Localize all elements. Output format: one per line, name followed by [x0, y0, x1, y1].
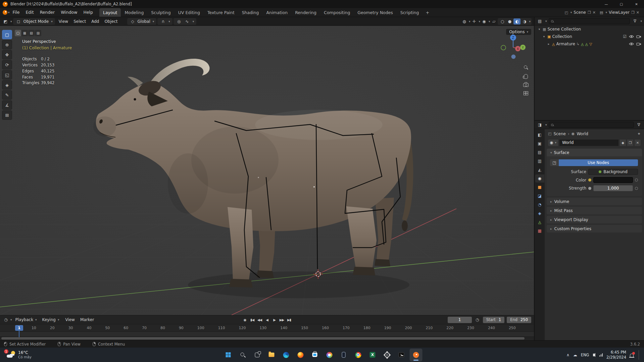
navigation-gizmo[interactable]: Z X Y: [500, 33, 527, 60]
scene-selector[interactable]: ◰ ▾ Scene ❐ ✕: [562, 10, 598, 15]
taskbar-file-explorer-button[interactable]: [265, 349, 278, 361]
properties-tab-object[interactable]: ■: [535, 183, 544, 191]
tool-cursor[interactable]: ⊕: [2, 40, 12, 49]
pin-icon[interactable]: ✦: [637, 132, 641, 136]
outliner-search-input[interactable]: [549, 18, 630, 24]
workspace-tab-texture-paint[interactable]: Texture Paint: [204, 8, 238, 17]
volume-icon[interactable]: [593, 354, 594, 356]
properties-tab-data[interactable]: ◬: [535, 218, 544, 226]
tool-rotate[interactable]: ⟳: [2, 60, 12, 69]
show-gizmos-icon[interactable]: ✛: [471, 19, 477, 24]
workspace-tab-shading[interactable]: Shading: [238, 8, 263, 17]
app-menu-item[interactable]: Help: [80, 8, 96, 17]
blender-menu-icon[interactable]: [3, 10, 7, 15]
select-mode-subtract[interactable]: ▧: [28, 30, 35, 36]
taskbar-start-button[interactable]: [222, 349, 235, 361]
onedrive-cloud-icon[interactable]: ☁: [573, 353, 577, 357]
timeline-menu-item[interactable]: Keying▾: [40, 317, 62, 322]
keyframe-dot-icon[interactable]: [635, 178, 638, 182]
use-nodes-button[interactable]: Use Nodes: [559, 159, 638, 166]
language-indicator[interactable]: ENG: [581, 353, 589, 357]
playback-sync-icon[interactable]: ◷: [474, 317, 481, 322]
filter-icon[interactable]: ∇: [636, 122, 642, 127]
workspace-tab-scripting[interactable]: Scripting: [397, 8, 423, 17]
timeline-menu-item[interactable]: Marker: [78, 317, 97, 322]
taskbar-store-button[interactable]: [308, 349, 321, 361]
viewport-menu-item[interactable]: Select: [71, 19, 89, 24]
viewport-menu-item[interactable]: Object: [102, 19, 120, 24]
properties-search-input[interactable]: [549, 122, 634, 128]
unlink-scene-icon[interactable]: ✕: [593, 10, 596, 15]
hide-viewport-eye-icon[interactable]: [629, 42, 634, 46]
shading-material-preview-button[interactable]: ◐: [513, 18, 521, 24]
exclude-checkbox-icon[interactable]: ☑: [623, 34, 627, 39]
workspace-tab-sculpting[interactable]: Sculpting: [147, 8, 174, 17]
timeline-scrollbar[interactable]: [0, 337, 534, 340]
color-swatch[interactable]: [593, 177, 633, 183]
app-menu-item[interactable]: Edit: [22, 8, 37, 17]
orthographic-toggle-icon[interactable]: [524, 91, 528, 95]
app-menu-item[interactable]: File: [10, 8, 23, 17]
properties-tab-world[interactable]: ◉: [535, 174, 544, 183]
gizmo-y-neg-axis[interactable]: [501, 45, 506, 50]
properties-tab-view-layer[interactable]: ▥: [535, 157, 544, 165]
tray-expand-icon[interactable]: ∧: [566, 353, 569, 357]
pan-hand-icon[interactable]: [524, 74, 528, 79]
workspace-tab-animation[interactable]: Animation: [262, 8, 291, 17]
fake-user-icon[interactable]: ◆: [620, 140, 626, 146]
unlink-datablock-icon[interactable]: ✕: [635, 140, 641, 146]
3d-scene[interactable]: [0, 26, 534, 315]
falloff-icon[interactable]: ∿: [184, 19, 190, 24]
tool-add-cube[interactable]: ⊞: [2, 110, 12, 120]
taskbar-photos-button[interactable]: [323, 349, 336, 361]
taskbar-blender-button[interactable]: [409, 349, 422, 361]
window-titlebar[interactable]: Blender [H:\2024\Buffalo\Buffalo_A2\Blen…: [0, 0, 644, 8]
frame-end-field[interactable]: End250: [507, 317, 531, 323]
jump-end-button[interactable]: ▶▮: [286, 316, 292, 323]
taskbar-firefox-button[interactable]: [294, 349, 307, 361]
record-button[interactable]: ◉: [242, 316, 248, 323]
editor-type-icon[interactable]: ▤: [537, 19, 543, 23]
surface-type-dropdown[interactable]: Background: [588, 169, 638, 175]
snap-controls[interactable]: ∩ ▾: [157, 18, 172, 25]
properties-tab-scene[interactable]: ◭: [535, 166, 544, 174]
outliner-row-collection[interactable]: ▾ ▣ Collection ☑: [535, 33, 644, 40]
object-visibility-icon[interactable]: ◍: [461, 19, 467, 24]
minimize-button[interactable]: —: [599, 0, 614, 8]
remove-viewlayer-icon[interactable]: ✕: [636, 10, 639, 15]
taskbar-phone-link-button[interactable]: [337, 349, 350, 361]
workspace-tab-uv-editing[interactable]: UV Editing: [175, 8, 204, 17]
expand-icon[interactable]: ▸: [547, 42, 551, 46]
weather-widget[interactable]: 1 16°C Có mây: [4, 350, 34, 360]
play-reverse-button[interactable]: ◀: [264, 316, 270, 323]
frame-start-field[interactable]: Start1: [483, 317, 504, 323]
play-button[interactable]: ▶: [271, 316, 278, 323]
new-viewlayer-icon[interactable]: ❐: [631, 10, 635, 15]
new-scene-icon[interactable]: ❐: [588, 10, 591, 15]
timeline-menu-item[interactable]: Playback▾: [13, 317, 40, 322]
3d-viewport[interactable]: ▢⊕✥⟳◱◈✎∡⊞ ▢▦▧▨ User Perspective (1) Coll…: [0, 26, 534, 315]
taskbar-terminal-button[interactable]: [395, 349, 408, 361]
keyframe-dot-icon[interactable]: [635, 187, 638, 190]
surface-panel-header[interactable]: ▾ Surface: [547, 149, 642, 156]
properties-tab-physics[interactable]: ◔: [535, 201, 544, 209]
taskbar-chrome-button[interactable]: [352, 349, 364, 361]
collapsed-panel[interactable]: ▸ Viewport Display: [547, 216, 642, 223]
current-frame-field[interactable]: 1: [448, 317, 472, 323]
tool-annotate[interactable]: ✎: [2, 90, 12, 100]
proportional-editing-icon[interactable]: ◎: [176, 19, 182, 24]
collapsed-panel[interactable]: ▸ Mist Pass: [547, 207, 642, 214]
jump-start-button[interactable]: ▮◀: [249, 316, 255, 323]
disable-render-camera-icon[interactable]: [636, 35, 641, 38]
workspace-tab-rendering[interactable]: Rendering: [291, 8, 320, 17]
outliner-row-scene-collection[interactable]: ▾ ▦ Scene Collection: [535, 25, 644, 33]
taskbar-clock[interactable]: 6:45 PM 2/29/2024: [606, 350, 626, 360]
tool-scale[interactable]: ◱: [2, 70, 12, 80]
expand-icon[interactable]: ▾: [537, 28, 541, 31]
workspace-tab-geometry-nodes[interactable]: Geometry Nodes: [354, 8, 396, 17]
workspace-tab-modeling[interactable]: Modeling: [121, 8, 147, 17]
browse-world-button[interactable]: ◉ ▾: [548, 140, 558, 146]
properties-tab-texture[interactable]: ▦: [535, 227, 544, 235]
editor-type-icon[interactable]: ◨: [537, 122, 543, 127]
filter-icon[interactable]: ∇: [632, 19, 638, 23]
